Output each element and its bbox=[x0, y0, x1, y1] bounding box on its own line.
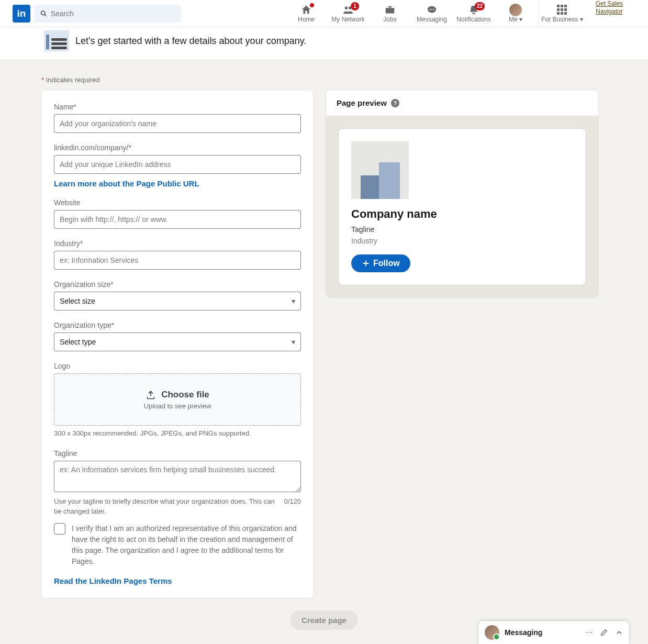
nav-jobs[interactable]: Jobs bbox=[369, 0, 411, 27]
tagline-input[interactable] bbox=[54, 461, 301, 492]
plus-icon bbox=[362, 259, 370, 268]
preview-title: Page preview bbox=[337, 98, 387, 107]
tagline-hint: Use your tagline to briefly describe wha… bbox=[54, 497, 275, 517]
follow-label: Follow bbox=[373, 259, 400, 268]
industry-label: Industry* bbox=[54, 239, 301, 248]
company-logo-placeholder bbox=[351, 141, 409, 199]
subheader: Let's get started with a few details abo… bbox=[0, 27, 648, 60]
name-input[interactable] bbox=[54, 114, 301, 133]
nav-me-label: Me ▾ bbox=[509, 16, 522, 23]
size-label: Organization size* bbox=[54, 280, 301, 288]
tagline-label: Tagline bbox=[54, 449, 301, 458]
search-box[interactable] bbox=[35, 5, 181, 23]
nav-home-label: Home bbox=[298, 16, 315, 23]
messaging-bar[interactable]: Messaging ⋯ bbox=[478, 621, 629, 644]
website-input[interactable] bbox=[54, 210, 301, 229]
nav-network[interactable]: 1 My Network bbox=[327, 0, 369, 27]
linkedin-logo[interactable]: in bbox=[13, 5, 30, 23]
preview-card: Page preview ? Company name Tagline Indu… bbox=[326, 90, 598, 297]
type-label: Organization type* bbox=[54, 321, 301, 329]
search-icon bbox=[40, 9, 48, 18]
create-page-button[interactable]: Create page bbox=[290, 610, 358, 630]
logo-hint: 300 x 300px recommended. JPGs, JPEGs, an… bbox=[54, 429, 301, 439]
required-indicator: *indicates required bbox=[41, 76, 607, 84]
chat-icon bbox=[426, 4, 438, 16]
svg-line-1 bbox=[44, 14, 46, 16]
more-icon[interactable]: ⋯ bbox=[585, 628, 593, 637]
form-card: Name* linkedin.com/company/* Learn more … bbox=[41, 90, 314, 598]
page-heading: Let's get started with a few details abo… bbox=[75, 36, 306, 47]
industry-input[interactable] bbox=[54, 251, 301, 270]
pages-terms-link[interactable]: Read the LinkedIn Pages Terms bbox=[54, 576, 172, 585]
type-select[interactable]: Select type ▾ bbox=[54, 332, 301, 351]
logo-label: Logo bbox=[54, 362, 301, 370]
url-input[interactable] bbox=[54, 155, 301, 174]
tagline-counter: 0/120 bbox=[284, 497, 301, 517]
follow-button[interactable]: Follow bbox=[351, 254, 410, 272]
upload-icon bbox=[146, 390, 156, 400]
nav-messaging[interactable]: Messaging bbox=[411, 0, 453, 27]
svg-point-5 bbox=[429, 8, 430, 9]
size-select[interactable]: Select size ▾ bbox=[54, 292, 301, 310]
preview-company-name: Company name bbox=[351, 207, 573, 221]
chevron-down-icon: ▾ bbox=[292, 338, 295, 346]
logo-choose-text: Choose file bbox=[161, 390, 209, 400]
verify-text: I verify that I am an authorized represe… bbox=[72, 523, 301, 567]
grid-icon bbox=[557, 5, 567, 15]
name-label: Name* bbox=[54, 103, 301, 111]
nav-jobs-label: Jobs bbox=[383, 16, 396, 23]
avatar-icon bbox=[485, 625, 499, 640]
nav-notifications[interactable]: 22 Notifications bbox=[453, 0, 495, 27]
avatar-icon bbox=[509, 4, 522, 16]
preview-industry: Industry bbox=[351, 237, 573, 245]
logo-upload[interactable]: Choose file Upload to see preview bbox=[54, 373, 301, 426]
preview-tagline: Tagline bbox=[351, 225, 573, 234]
notifications-badge: 22 bbox=[475, 2, 485, 10]
url-help-link[interactable]: Learn more about the Page Public URL bbox=[54, 179, 199, 188]
svg-point-0 bbox=[41, 11, 44, 15]
size-value: Select size bbox=[60, 297, 95, 305]
svg-point-2 bbox=[345, 6, 348, 9]
verify-checkbox[interactable] bbox=[54, 523, 65, 535]
briefcase-icon bbox=[384, 4, 396, 16]
nav-network-label: My Network bbox=[331, 16, 364, 23]
network-badge: 1 bbox=[351, 2, 359, 10]
nav-me[interactable]: Me ▾ bbox=[495, 0, 537, 27]
sales-navigator-link[interactable]: Get Sales Navigator bbox=[583, 0, 635, 27]
nav-business[interactable]: For Business ▾ bbox=[541, 0, 583, 27]
home-badge bbox=[310, 3, 314, 7]
nav-notifications-label: Notifications bbox=[456, 16, 490, 23]
chevron-down-icon: ▾ bbox=[292, 297, 295, 305]
compose-icon[interactable] bbox=[600, 628, 608, 637]
nav-messaging-label: Messaging bbox=[417, 16, 447, 23]
logo-hint-inline: Upload to see preview bbox=[144, 402, 211, 410]
nav-business-label: For Business ▾ bbox=[541, 16, 583, 23]
chevron-up-icon[interactable] bbox=[616, 629, 623, 636]
type-value: Select type bbox=[60, 338, 96, 346]
messaging-label: Messaging bbox=[505, 628, 580, 637]
top-nav: in Home 1 My Network Jobs bbox=[0, 0, 648, 27]
svg-point-6 bbox=[431, 8, 432, 9]
search-input[interactable] bbox=[51, 9, 176, 18]
nav-home[interactable]: Home bbox=[285, 0, 327, 27]
subheader-thumb bbox=[44, 30, 69, 51]
url-label: linkedin.com/company/* bbox=[54, 143, 301, 152]
nav-divider bbox=[539, 0, 539, 27]
help-icon[interactable]: ? bbox=[391, 99, 399, 107]
website-label: Website bbox=[54, 198, 301, 207]
svg-point-7 bbox=[433, 8, 434, 9]
